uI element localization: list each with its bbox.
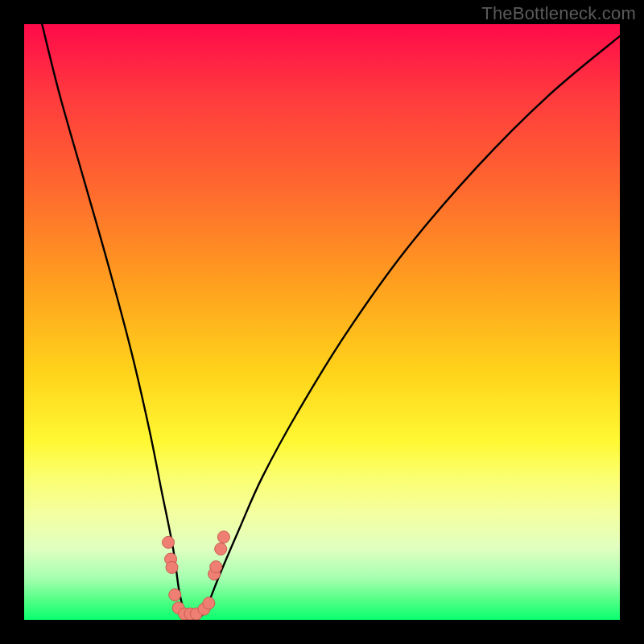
data-marker <box>203 597 215 609</box>
data-marker <box>217 531 229 543</box>
chart-frame: TheBottleneck.com <box>0 0 644 644</box>
plot-area <box>24 24 620 620</box>
data-marker <box>169 588 181 601</box>
data-marker <box>163 536 175 548</box>
bottleneck-curve <box>42 24 620 620</box>
data-marker <box>210 561 222 573</box>
marker-group <box>163 531 230 620</box>
curve-layer <box>24 24 620 620</box>
data-marker <box>215 543 227 555</box>
watermark-text: TheBottleneck.com <box>481 3 636 24</box>
data-marker <box>166 561 178 573</box>
